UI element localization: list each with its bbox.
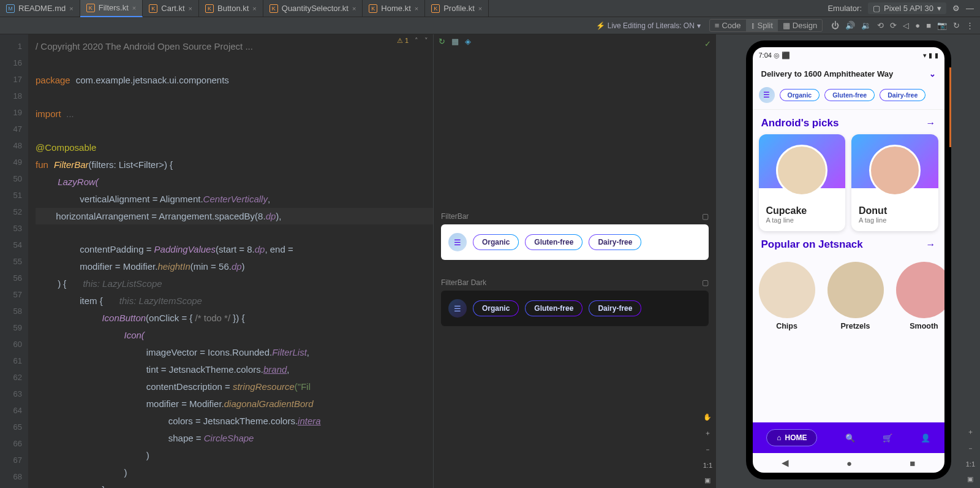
back-icon[interactable]: ◁: [903, 21, 909, 30]
card-title: Cupcake: [766, 205, 839, 216]
round-label: Smooth: [910, 322, 938, 330]
line-num: 50: [0, 170, 22, 187]
preview-dark: ☰ Organic Gluten-free Dairy-free: [441, 291, 709, 326]
close-icon[interactable]: ×: [352, 5, 356, 12]
line-num: 66: [0, 435, 22, 452]
minimize-icon[interactable]: —: [966, 4, 974, 13]
overview-icon[interactable]: ■: [910, 458, 915, 468]
emulator-device: Pixel 5 API 30: [884, 4, 933, 13]
refresh-icon[interactable]: ↻: [439, 37, 445, 46]
chip-dairyfree[interactable]: Dairy-free: [589, 234, 641, 250]
design-view-button[interactable]: ▦Design: [778, 20, 822, 31]
rounds-row[interactable]: Chips Pretzels Smooth: [753, 256, 944, 334]
tab-quantity[interactable]: KQuantitySelector.kt×: [263, 0, 363, 17]
cart-icon[interactable]: 🛒: [883, 433, 892, 443]
fit-icon[interactable]: ▣: [704, 476, 710, 484]
rotate-left-icon[interactable]: ⟲: [877, 21, 884, 30]
close-icon[interactable]: ×: [189, 5, 192, 12]
live-edit-toggle[interactable]: ⚡Live Editing of Literals: ON▾: [596, 21, 701, 30]
device-icon[interactable]: ▢: [702, 278, 709, 287]
tab-readme[interactable]: MREADME.md×: [0, 0, 80, 17]
volume-down-icon[interactable]: 🔉: [861, 21, 871, 30]
chip-glutenfree[interactable]: Gluten-free: [525, 234, 582, 250]
round-chips[interactable]: Chips: [759, 262, 815, 330]
line-num: 63: [0, 386, 22, 402]
chip-organic[interactable]: Organic: [780, 89, 820, 101]
layers-icon[interactable]: ◈: [465, 37, 471, 46]
arrow-right-icon[interactable]: →: [926, 239, 936, 250]
close-icon[interactable]: ×: [478, 5, 482, 12]
home-icon[interactable]: ●: [846, 458, 852, 468]
gear-icon[interactable]: ⚙: [952, 4, 960, 13]
card-cupcake[interactable]: CupcakeA tag line: [759, 134, 846, 231]
reload-icon[interactable]: ↻: [953, 21, 960, 30]
filter-list-icon[interactable]: ☰: [448, 233, 467, 251]
emulator-selector[interactable]: ▢Pixel 5 API 30▾: [868, 2, 946, 14]
filter-list-icon[interactable]: ☰: [759, 87, 775, 103]
close-icon[interactable]: ×: [132, 4, 136, 12]
split-view-button[interactable]: ⫿Split: [746, 20, 778, 31]
tab-label: Profile.kt: [443, 4, 475, 13]
close-icon[interactable]: ×: [415, 5, 418, 12]
zoom-out-icon[interactable]: －: [967, 444, 974, 453]
search-icon[interactable]: 🔍: [845, 433, 855, 443]
back-icon[interactable]: ◀: [782, 457, 789, 468]
volume-up-icon[interactable]: 🔊: [845, 21, 855, 30]
toolbar: ⚡Live Editing of Literals: ON▾ ≡Code ⫿Sp…: [0, 17, 980, 34]
chip-dairyfree[interactable]: Dairy-free: [589, 300, 641, 316]
zoom-in-icon[interactable]: ＋: [967, 427, 974, 437]
overview-icon[interactable]: ■: [926, 21, 931, 30]
chip-organic[interactable]: Organic: [473, 300, 519, 316]
tab-profile[interactable]: KProfile.kt×: [425, 0, 489, 17]
tab-filters[interactable]: KFilters.kt×: [80, 0, 143, 17]
pan-icon[interactable]: ✋: [703, 413, 712, 421]
gutter: 1 16 17 18 19 47 48 49 50 51 52 53 54 55…: [0, 34, 28, 488]
tab-cart[interactable]: KCart.kt×: [143, 0, 199, 17]
warning-badge[interactable]: ⚠ 1: [397, 37, 409, 45]
round-pretzels[interactable]: Pretzels: [827, 262, 884, 330]
card-donut[interactable]: DonutA tag line: [851, 134, 938, 231]
delivery-row[interactable]: Delivery to 1600 Amphitheater Way⌄: [753, 63, 944, 85]
power-icon[interactable]: ⏻: [831, 21, 839, 30]
phone-screen[interactable]: 7:04 ◎ ⬛ ▾ ▮ ▮ Delivery to 1600 Amphithe…: [753, 47, 944, 473]
chevron-down-icon[interactable]: ˅: [424, 37, 428, 45]
nav-home[interactable]: ⌂HOME: [766, 429, 817, 446]
rotate-right-icon[interactable]: ⟳: [890, 21, 897, 30]
tab-label: Button.kt: [217, 4, 249, 13]
interactive-icon[interactable]: ▦: [451, 37, 459, 46]
chip-organic[interactable]: Organic: [473, 234, 519, 250]
chip-dairyfree[interactable]: Dairy-free: [880, 89, 925, 101]
chip-glutenfree[interactable]: Gluten-free: [824, 89, 875, 101]
cards-row[interactable]: CupcakeA tag line DonutA tag line: [753, 134, 944, 231]
editor-inspections[interactable]: ⚠ 1 ˄ ˅: [397, 37, 428, 45]
code-editor[interactable]: ⚠ 1 ˄ ˅ 1 16 17 18 19 47 48 49 50 51 52 …: [0, 34, 434, 488]
filter-list-icon[interactable]: ☰: [448, 299, 467, 318]
section-popular: Popular on Jetsnack→: [753, 231, 944, 256]
fit-icon[interactable]: ▣: [967, 475, 973, 483]
round-smooth[interactable]: Smooth: [896, 262, 944, 330]
chevron-up-icon[interactable]: ˄: [415, 37, 418, 45]
chip-glutenfree[interactable]: Gluten-free: [525, 300, 582, 316]
zoom-out-icon[interactable]: －: [704, 445, 711, 454]
camera-icon[interactable]: 📷: [937, 21, 947, 30]
compose-preview[interactable]: ↻ ▦ ◈ ✓ FilterBar▢ ☰ Organic Gluten-free…: [434, 34, 717, 488]
close-icon[interactable]: ×: [252, 5, 256, 12]
zoom-in-icon[interactable]: ＋: [704, 429, 711, 438]
profile-icon[interactable]: 👤: [921, 433, 930, 443]
tab-button[interactable]: KButton.kt×: [199, 0, 263, 17]
code-view-button[interactable]: ≡Code: [710, 20, 746, 31]
chevron-down-icon: ▾: [697, 21, 701, 30]
zoom-reset[interactable]: 1:1: [966, 460, 975, 468]
line-num: 17: [0, 71, 22, 88]
home-icon[interactable]: ●: [915, 21, 920, 30]
tab-home[interactable]: KHome.kt×: [363, 0, 425, 17]
zoom-reset[interactable]: 1:1: [703, 462, 712, 469]
code-body[interactable]: / Copyright 2020 The Android Open Source…: [28, 34, 433, 488]
close-icon[interactable]: ×: [69, 5, 73, 12]
line-num: 54: [0, 237, 22, 253]
arrow-right-icon[interactable]: →: [926, 118, 936, 129]
tab-bar: MREADME.md× KFilters.kt× KCart.kt× KButt…: [0, 0, 980, 17]
more-icon[interactable]: ⋮: [966, 21, 974, 30]
device-icon[interactable]: ▢: [702, 212, 709, 221]
line-num: 62: [0, 369, 22, 386]
